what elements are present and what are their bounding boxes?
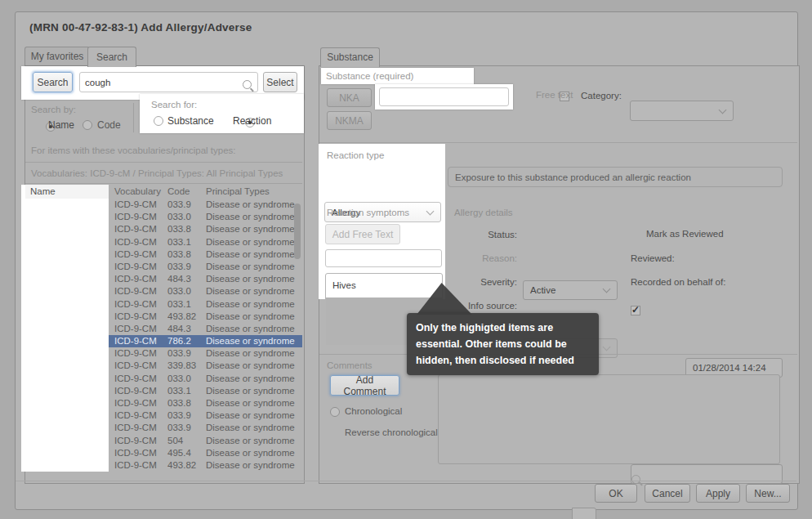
column-header-name[interactable]: Name: [25, 185, 109, 199]
table-cell: Disease or syndrome: [200, 311, 302, 323]
table-scrollbar[interactable]: [294, 204, 301, 259]
tab-my-favorites[interactable]: My favorites: [25, 47, 90, 66]
table-cell: Disease or syndrome: [200, 273, 302, 285]
vocab-hint: For items with these vocabularies/princi…: [31, 145, 236, 155]
table-cell: 033.8: [162, 223, 200, 235]
table-cell: Disease or syndrome: [200, 409, 302, 422]
column-header-principal-types[interactable]: Principal Types: [200, 185, 302, 199]
reaction-type-label: Reaction type: [327, 150, 384, 160]
table-cell: Disease or syndrome: [200, 285, 302, 298]
table-cell: 033.0: [162, 285, 200, 298]
onset-dropdown-fragment[interactable]: [572, 508, 596, 519]
chevron-down-icon: [719, 105, 727, 114]
new-button[interactable]: New...: [746, 484, 790, 503]
tab-substance[interactable]: Substance: [320, 47, 380, 67]
search-magnifier-icon: [631, 475, 640, 484]
radio-substance-label[interactable]: Substance: [167, 115, 214, 127]
table-cell: ICD-9-CM: [109, 385, 162, 397]
tab-search[interactable]: Search: [87, 47, 136, 67]
radio-name-label[interactable]: Name: [48, 119, 74, 131]
add-comment-button[interactable]: Add Comment: [330, 375, 399, 396]
table-cell: ICD-9-CM: [109, 397, 162, 409]
chevron-down-icon: [603, 343, 611, 351]
table-cell: 033.8: [162, 397, 200, 409]
reaction-symptoms-label: Reaction symptoms: [327, 208, 409, 217]
table-cell: Disease or syndrome: [200, 323, 302, 335]
vocab-selector-text[interactable]: Vocabularies: ICD-9-cM / Principal Types…: [31, 168, 283, 178]
table-cell: Disease or syndrome: [200, 360, 302, 372]
table-cell: ICD-9-CM: [109, 459, 162, 472]
symptom-item[interactable]: Hives: [326, 274, 442, 297]
comments-textarea[interactable]: [438, 374, 780, 464]
table-cell: Disease or syndrome: [200, 385, 302, 397]
search-button[interactable]: Search: [33, 72, 73, 92]
recorded-on-behalf-label: Recorded on behalf of:: [631, 277, 725, 287]
add-free-text-button[interactable]: Add Free Text: [325, 224, 400, 244]
mark-reviewed-checkbox[interactable]: [631, 306, 640, 315]
comments-label: Comments: [327, 360, 373, 370]
table-cell: ICD-9-CM: [109, 236, 162, 248]
table-cell: Disease or syndrome: [200, 248, 302, 261]
column-header-code[interactable]: Code: [162, 185, 200, 199]
table-cell: 033.0: [162, 373, 200, 385]
table-cell: ICD-9-CM: [109, 199, 162, 211]
divider: [319, 142, 797, 143]
select-button[interactable]: Select: [263, 72, 297, 92]
table-cell: 033.1: [162, 236, 200, 248]
radio-substance[interactable]: [154, 116, 163, 126]
table-cell: Disease or syndrome: [200, 261, 302, 273]
table-cell: 504: [162, 435, 200, 447]
radio-chronological-label[interactable]: Chronological: [345, 406, 402, 416]
table-cell: 484.3: [162, 323, 200, 335]
apply-button[interactable]: Apply: [696, 484, 740, 503]
ok-button[interactable]: OK: [595, 484, 637, 503]
divider: [16, 481, 796, 481]
table-cell: 339.83: [162, 360, 200, 372]
search-for-label: Search for:: [151, 100, 197, 110]
radio-code-label[interactable]: Code: [97, 119, 121, 131]
table-cell: Disease or syndrome: [200, 422, 302, 434]
table-cell: ICD-9-CM: [109, 447, 162, 459]
status-value: Active: [530, 285, 555, 295]
table-cell: 493.82: [162, 459, 200, 472]
column-header-vocabulary[interactable]: Vocabulary: [109, 185, 162, 199]
table-cell: 484.3: [162, 273, 200, 285]
substance-input[interactable]: [379, 87, 509, 106]
table-cell: ICD-9-CM: [109, 373, 162, 385]
search-input[interactable]: [79, 72, 258, 92]
chevron-down-icon: [603, 285, 611, 293]
name-column-highlight: [21, 185, 109, 472]
table-cell: Disease or syndrome: [200, 459, 302, 472]
table-cell: ICD-9-CM: [109, 335, 162, 347]
radio-reaction-label[interactable]: Reaction: [233, 115, 271, 127]
nkma-button[interactable]: NKMA: [327, 111, 372, 130]
free-text-label[interactable]: Free text: [536, 90, 573, 100]
table-cell: ICD-9-CM: [109, 323, 162, 335]
exposure-text: Exposure to this substance produced an a…: [448, 167, 783, 187]
table-cell: ICD-9-CM: [109, 435, 162, 447]
table-cell: Disease or syndrome: [200, 397, 302, 409]
symptom-input[interactable]: [325, 249, 442, 267]
mark-reviewed-label[interactable]: Mark as Reviewed: [646, 229, 724, 239]
radio-code[interactable]: [83, 120, 92, 130]
table-cell: Disease or syndrome: [200, 447, 302, 459]
divider: [25, 162, 302, 163]
results-table-header: Name Vocabulary Code Principal Types: [25, 185, 302, 199]
radio-chronological[interactable]: [330, 407, 340, 417]
table-cell: ICD-9-CM: [109, 285, 162, 298]
table-cell: ICD-9-CM: [109, 409, 162, 422]
cancel-button[interactable]: Cancel: [645, 484, 690, 503]
category-dropdown[interactable]: [630, 101, 734, 121]
table-cell: Disease or syndrome: [200, 347, 302, 360]
table-cell: Disease or syndrome: [200, 373, 302, 385]
dialog-title: (MRN 00-47-92-83-1) Add Allergy/Adverse: [29, 21, 252, 34]
table-cell: ICD-9-CM: [109, 422, 162, 434]
radio-reverse-chronological-label[interactable]: Reverse chronological: [345, 427, 438, 437]
status-dropdown[interactable]: Active: [523, 280, 618, 300]
table-cell: ICD-9-CM: [109, 311, 162, 323]
annotation-tooltip: Only the highigted items are essential. …: [407, 313, 599, 375]
table-cell: Disease or syndrome: [200, 199, 302, 211]
table-cell: 033.9: [162, 199, 200, 211]
table-cell: 033.0: [162, 211, 200, 223]
nka-button[interactable]: NKA: [327, 88, 372, 107]
